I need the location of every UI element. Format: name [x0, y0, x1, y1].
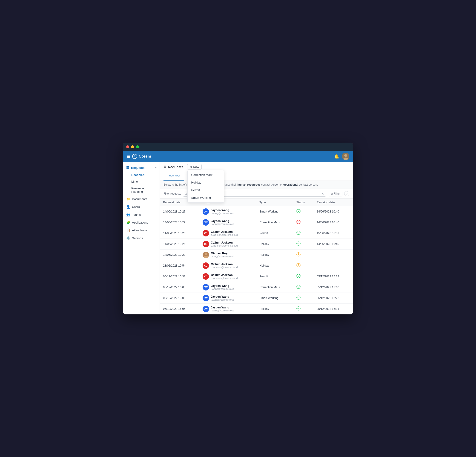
dropdown-item-correction-mark[interactable]: Correction Mark [188, 171, 224, 179]
new-icon: ⊕ [190, 165, 192, 169]
avatar[interactable] [342, 153, 349, 160]
status-badge [297, 253, 301, 257]
author-name: Jayden Wang [211, 209, 235, 212]
page-title: ☰ Requests [163, 165, 184, 169]
svg-point-3 [297, 209, 300, 213]
svg-point-13 [298, 255, 299, 256]
cell-type: Correction Mark [256, 217, 293, 228]
dropdown-item-permit[interactable]: Permit [188, 186, 224, 194]
author-email: j.wang@corem.cloud [211, 212, 235, 215]
dropdown-item-smart-working[interactable]: Smart Working [188, 194, 224, 201]
status-badge [297, 264, 301, 268]
author-email: c.jackson@corem.cloud [211, 277, 238, 279]
sidebar-item-label: Documents [132, 197, 147, 201]
sidebar-item-received[interactable]: Received [131, 172, 160, 178]
table-row[interactable]: 05/12/2022 16:05JWJayden Wangj.wang@core… [160, 293, 353, 304]
tab-received[interactable]: Received [163, 172, 184, 181]
cell-status [293, 260, 314, 271]
titlebar [123, 143, 353, 151]
teams-icon: 👥 [126, 213, 130, 216]
avatar: CJ [203, 262, 209, 269]
sidebar-item-teams[interactable]: 👥 Teams [123, 211, 160, 218]
author-name: Callum Jackson [211, 230, 238, 233]
cell-author: CJCallum Jacksonc.jackson@corem.cloud [199, 260, 256, 271]
content-title-icon: ☰ [163, 165, 166, 169]
cell-request-date: 14/06/2023 10:27 [160, 206, 199, 217]
cell-type: Permit [256, 271, 293, 282]
applications-icon: 🧩 [126, 221, 130, 224]
author-name: Callum Jackson [211, 241, 238, 244]
table-row[interactable]: 05/12/2022 16:33CJCallum Jacksonc.jackso… [160, 271, 353, 282]
help-button[interactable]: ? [344, 191, 349, 196]
cell-revision-date: 14/06/2023 10:40 [314, 239, 353, 250]
cell-author: CJCallum Jacksonc.jackson@corem.cloud [199, 228, 256, 239]
col-status: Status [293, 199, 314, 206]
cell-revision-date [314, 260, 353, 271]
author-name: Jayden Wang [211, 295, 235, 298]
status-badge [297, 275, 301, 279]
table-row[interactable]: 05/12/2022 16:05JWJayden Wangj.wang@core… [160, 304, 353, 314]
author-email: c.jackson@corem.cloud [211, 244, 238, 247]
status-badge [297, 307, 301, 311]
maximize-button[interactable] [136, 145, 139, 148]
close-button[interactable] [126, 145, 129, 148]
minimize-button[interactable] [131, 145, 134, 148]
avatar: JW [203, 295, 209, 301]
cell-request-date: 05/12/2022 16:05 [160, 293, 199, 304]
chevron-right-icon: › [156, 198, 156, 200]
table-row[interactable]: 14/06/2023 10:26CJCallum Jacksonc.jackso… [160, 239, 353, 250]
sidebar-item-presence-planning[interactable]: Presence Planning [131, 185, 160, 195]
sidebar-item-mine[interactable]: Mine [131, 178, 160, 185]
table-row[interactable]: 14/06/2023 10:23 Michael Roym.roy@corem.… [160, 250, 353, 260]
cell-revision-date: 14/06/2023 10:40 [314, 206, 353, 217]
status-badge [297, 242, 301, 246]
cell-author: JWJayden Wangj.wang@corem.cloud [199, 293, 256, 304]
sidebar-item-documents[interactable]: 📁 Documents › [123, 195, 160, 203]
author-email: j.wang@corem.cloud [211, 298, 235, 301]
cell-status [293, 217, 314, 228]
avatar: JW [203, 208, 209, 215]
table-row[interactable]: 14/06/2023 10:26CJCallum Jacksonc.jackso… [160, 228, 353, 239]
table-row[interactable]: 14/06/2023 10:27JWJayden Wangj.wang@core… [160, 206, 353, 217]
sidebar-item-applications[interactable]: 🧩 Applications [123, 218, 160, 226]
cell-status [293, 250, 314, 260]
svg-point-18 [297, 296, 300, 300]
cell-status [293, 282, 314, 293]
sidebar-item-requests[interactable]: ☰ Requests ▾ [123, 164, 160, 172]
clear-filter-button[interactable]: ✕ [321, 192, 324, 196]
sidebar-item-users[interactable]: 👤 Users › [123, 203, 160, 211]
sidebar-requests-submenu: Received Mine Presence Planning [123, 172, 160, 195]
cell-type: Permit [256, 228, 293, 239]
sidebar-item-attendance[interactable]: 📋 Attendance › [123, 226, 160, 234]
status-badge [297, 210, 301, 214]
cell-status [293, 239, 314, 250]
cell-type: Holiday [256, 260, 293, 271]
sidebar-item-label: Users [132, 205, 140, 209]
table-row[interactable]: 23/02/2023 10:54CJCallum Jacksonc.jackso… [160, 260, 353, 271]
author-email: m.roy@corem.cloud [211, 255, 234, 258]
sidebar-item-label: Applications [132, 221, 148, 224]
table-row[interactable]: 14/06/2023 10:27JWJayden Wangj.wang@core… [160, 217, 353, 228]
filter-button[interactable]: ⊟ Filter [328, 191, 342, 196]
filter-label: Filter requests [163, 192, 181, 195]
cell-request-date: 14/06/2023 10:26 [160, 239, 199, 250]
requests-table-wrap: Request date Author Type Status Revision… [160, 199, 353, 314]
status-badge [297, 232, 301, 235]
new-button[interactable]: ⊕ New Correction Mark Holiday Permit Sma… [187, 164, 202, 170]
cell-request-date: 05/12/2022 16:05 [160, 282, 199, 293]
cell-request-date: 05/12/2022 16:33 [160, 271, 199, 282]
author-email: j.wang@corem.cloud [211, 309, 235, 312]
status-badge [297, 296, 301, 300]
author-email: c.jackson@corem.cloud [211, 266, 238, 269]
chevron-right-icon: › [156, 229, 156, 232]
cell-request-date: 23/02/2023 10:54 [160, 260, 199, 271]
hamburger-icon[interactable]: ☰ [127, 154, 130, 159]
cell-author: JWJayden Wangj.wang@corem.cloud [199, 304, 256, 314]
bell-icon[interactable]: 🔔 [334, 154, 339, 159]
sidebar-item-settings[interactable]: ⚙️ Settings › [123, 234, 160, 242]
top-navigation: ☰ C Corem 🔔 [123, 151, 353, 162]
col-revision-date: Revision date [314, 199, 353, 206]
dropdown-item-holiday[interactable]: Holiday [188, 179, 224, 186]
cell-revision-date: 05/12/2022 16:33 [314, 271, 353, 282]
table-row[interactable]: 05/12/2022 16:05JWJayden Wangj.wang@core… [160, 282, 353, 293]
